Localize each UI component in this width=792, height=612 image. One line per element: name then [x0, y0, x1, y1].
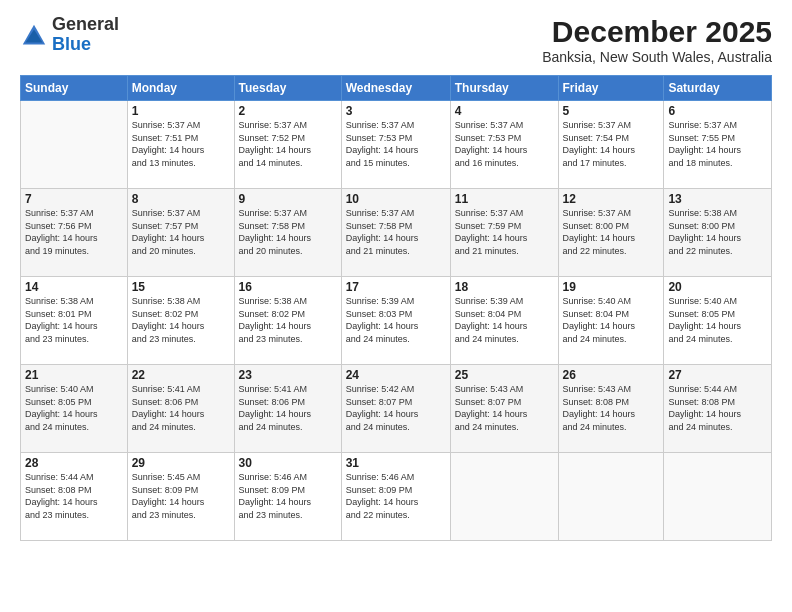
day-info: Sunrise: 5:37 AM Sunset: 7:56 PM Dayligh… — [25, 207, 123, 257]
day-info: Sunrise: 5:38 AM Sunset: 8:01 PM Dayligh… — [25, 295, 123, 345]
calendar-cell — [21, 101, 128, 189]
day-number: 13 — [668, 192, 767, 206]
calendar-cell: 24Sunrise: 5:42 AM Sunset: 8:07 PM Dayli… — [341, 365, 450, 453]
day-number: 16 — [239, 280, 337, 294]
calendar-cell: 7Sunrise: 5:37 AM Sunset: 7:56 PM Daylig… — [21, 189, 128, 277]
day-info: Sunrise: 5:44 AM Sunset: 8:08 PM Dayligh… — [25, 471, 123, 521]
calendar-cell: 12Sunrise: 5:37 AM Sunset: 8:00 PM Dayli… — [558, 189, 664, 277]
calendar-cell: 31Sunrise: 5:46 AM Sunset: 8:09 PM Dayli… — [341, 453, 450, 541]
day-info: Sunrise: 5:40 AM Sunset: 8:04 PM Dayligh… — [563, 295, 660, 345]
day-info: Sunrise: 5:46 AM Sunset: 8:09 PM Dayligh… — [239, 471, 337, 521]
day-number: 17 — [346, 280, 446, 294]
day-number: 15 — [132, 280, 230, 294]
logo: General Blue — [20, 15, 119, 55]
week-row-3: 14Sunrise: 5:38 AM Sunset: 8:01 PM Dayli… — [21, 277, 772, 365]
day-number: 11 — [455, 192, 554, 206]
weekday-header-wednesday: Wednesday — [341, 76, 450, 101]
day-number: 20 — [668, 280, 767, 294]
day-number: 24 — [346, 368, 446, 382]
day-number: 6 — [668, 104, 767, 118]
weekday-header-sunday: Sunday — [21, 76, 128, 101]
day-number: 4 — [455, 104, 554, 118]
day-info: Sunrise: 5:37 AM Sunset: 7:53 PM Dayligh… — [455, 119, 554, 169]
calendar-cell: 4Sunrise: 5:37 AM Sunset: 7:53 PM Daylig… — [450, 101, 558, 189]
day-info: Sunrise: 5:39 AM Sunset: 8:04 PM Dayligh… — [455, 295, 554, 345]
calendar-cell: 29Sunrise: 5:45 AM Sunset: 8:09 PM Dayli… — [127, 453, 234, 541]
calendar-cell: 25Sunrise: 5:43 AM Sunset: 8:07 PM Dayli… — [450, 365, 558, 453]
day-info: Sunrise: 5:37 AM Sunset: 7:51 PM Dayligh… — [132, 119, 230, 169]
calendar-cell — [558, 453, 664, 541]
calendar-cell: 28Sunrise: 5:44 AM Sunset: 8:08 PM Dayli… — [21, 453, 128, 541]
page: General Blue December 2025 Banksia, New … — [0, 0, 792, 612]
day-number: 29 — [132, 456, 230, 470]
week-row-1: 1Sunrise: 5:37 AM Sunset: 7:51 PM Daylig… — [21, 101, 772, 189]
day-number: 5 — [563, 104, 660, 118]
day-info: Sunrise: 5:40 AM Sunset: 8:05 PM Dayligh… — [668, 295, 767, 345]
title-section: December 2025 Banksia, New South Wales, … — [542, 15, 772, 65]
day-number: 28 — [25, 456, 123, 470]
calendar-cell: 14Sunrise: 5:38 AM Sunset: 8:01 PM Dayli… — [21, 277, 128, 365]
day-info: Sunrise: 5:41 AM Sunset: 8:06 PM Dayligh… — [239, 383, 337, 433]
day-info: Sunrise: 5:40 AM Sunset: 8:05 PM Dayligh… — [25, 383, 123, 433]
day-number: 21 — [25, 368, 123, 382]
calendar-cell: 10Sunrise: 5:37 AM Sunset: 7:58 PM Dayli… — [341, 189, 450, 277]
calendar-cell: 30Sunrise: 5:46 AM Sunset: 8:09 PM Dayli… — [234, 453, 341, 541]
day-number: 18 — [455, 280, 554, 294]
calendar-cell: 20Sunrise: 5:40 AM Sunset: 8:05 PM Dayli… — [664, 277, 772, 365]
calendar-cell: 17Sunrise: 5:39 AM Sunset: 8:03 PM Dayli… — [341, 277, 450, 365]
day-info: Sunrise: 5:37 AM Sunset: 7:54 PM Dayligh… — [563, 119, 660, 169]
calendar-cell: 11Sunrise: 5:37 AM Sunset: 7:59 PM Dayli… — [450, 189, 558, 277]
calendar-cell: 1Sunrise: 5:37 AM Sunset: 7:51 PM Daylig… — [127, 101, 234, 189]
day-info: Sunrise: 5:37 AM Sunset: 7:58 PM Dayligh… — [239, 207, 337, 257]
calendar-cell: 19Sunrise: 5:40 AM Sunset: 8:04 PM Dayli… — [558, 277, 664, 365]
day-info: Sunrise: 5:37 AM Sunset: 7:52 PM Dayligh… — [239, 119, 337, 169]
day-number: 25 — [455, 368, 554, 382]
day-number: 30 — [239, 456, 337, 470]
day-info: Sunrise: 5:43 AM Sunset: 8:07 PM Dayligh… — [455, 383, 554, 433]
day-info: Sunrise: 5:37 AM Sunset: 7:57 PM Dayligh… — [132, 207, 230, 257]
day-number: 2 — [239, 104, 337, 118]
calendar-cell: 5Sunrise: 5:37 AM Sunset: 7:54 PM Daylig… — [558, 101, 664, 189]
day-info: Sunrise: 5:45 AM Sunset: 8:09 PM Dayligh… — [132, 471, 230, 521]
logo-general: General — [52, 15, 119, 35]
calendar-cell: 22Sunrise: 5:41 AM Sunset: 8:06 PM Dayli… — [127, 365, 234, 453]
day-number: 8 — [132, 192, 230, 206]
calendar-cell: 23Sunrise: 5:41 AM Sunset: 8:06 PM Dayli… — [234, 365, 341, 453]
weekday-header-monday: Monday — [127, 76, 234, 101]
day-info: Sunrise: 5:39 AM Sunset: 8:03 PM Dayligh… — [346, 295, 446, 345]
day-number: 1 — [132, 104, 230, 118]
calendar-cell: 6Sunrise: 5:37 AM Sunset: 7:55 PM Daylig… — [664, 101, 772, 189]
main-title: December 2025 — [542, 15, 772, 49]
calendar-cell: 16Sunrise: 5:38 AM Sunset: 8:02 PM Dayli… — [234, 277, 341, 365]
calendar-cell: 26Sunrise: 5:43 AM Sunset: 8:08 PM Dayli… — [558, 365, 664, 453]
weekday-header-tuesday: Tuesday — [234, 76, 341, 101]
day-number: 10 — [346, 192, 446, 206]
header: General Blue December 2025 Banksia, New … — [20, 15, 772, 65]
weekday-header-friday: Friday — [558, 76, 664, 101]
day-info: Sunrise: 5:38 AM Sunset: 8:00 PM Dayligh… — [668, 207, 767, 257]
calendar-cell: 18Sunrise: 5:39 AM Sunset: 8:04 PM Dayli… — [450, 277, 558, 365]
day-number: 31 — [346, 456, 446, 470]
calendar-cell: 9Sunrise: 5:37 AM Sunset: 7:58 PM Daylig… — [234, 189, 341, 277]
day-number: 9 — [239, 192, 337, 206]
day-info: Sunrise: 5:38 AM Sunset: 8:02 PM Dayligh… — [239, 295, 337, 345]
day-info: Sunrise: 5:37 AM Sunset: 7:55 PM Dayligh… — [668, 119, 767, 169]
calendar-cell: 8Sunrise: 5:37 AM Sunset: 7:57 PM Daylig… — [127, 189, 234, 277]
logo-text: General Blue — [52, 15, 119, 55]
weekday-header-thursday: Thursday — [450, 76, 558, 101]
weekday-header-saturday: Saturday — [664, 76, 772, 101]
day-number: 26 — [563, 368, 660, 382]
calendar-cell: 21Sunrise: 5:40 AM Sunset: 8:05 PM Dayli… — [21, 365, 128, 453]
week-row-2: 7Sunrise: 5:37 AM Sunset: 7:56 PM Daylig… — [21, 189, 772, 277]
calendar-cell: 15Sunrise: 5:38 AM Sunset: 8:02 PM Dayli… — [127, 277, 234, 365]
day-info: Sunrise: 5:37 AM Sunset: 8:00 PM Dayligh… — [563, 207, 660, 257]
day-number: 23 — [239, 368, 337, 382]
week-row-4: 21Sunrise: 5:40 AM Sunset: 8:05 PM Dayli… — [21, 365, 772, 453]
day-number: 7 — [25, 192, 123, 206]
day-info: Sunrise: 5:42 AM Sunset: 8:07 PM Dayligh… — [346, 383, 446, 433]
day-number: 12 — [563, 192, 660, 206]
calendar-cell — [664, 453, 772, 541]
calendar-cell: 3Sunrise: 5:37 AM Sunset: 7:53 PM Daylig… — [341, 101, 450, 189]
day-info: Sunrise: 5:37 AM Sunset: 7:58 PM Dayligh… — [346, 207, 446, 257]
calendar-cell: 2Sunrise: 5:37 AM Sunset: 7:52 PM Daylig… — [234, 101, 341, 189]
